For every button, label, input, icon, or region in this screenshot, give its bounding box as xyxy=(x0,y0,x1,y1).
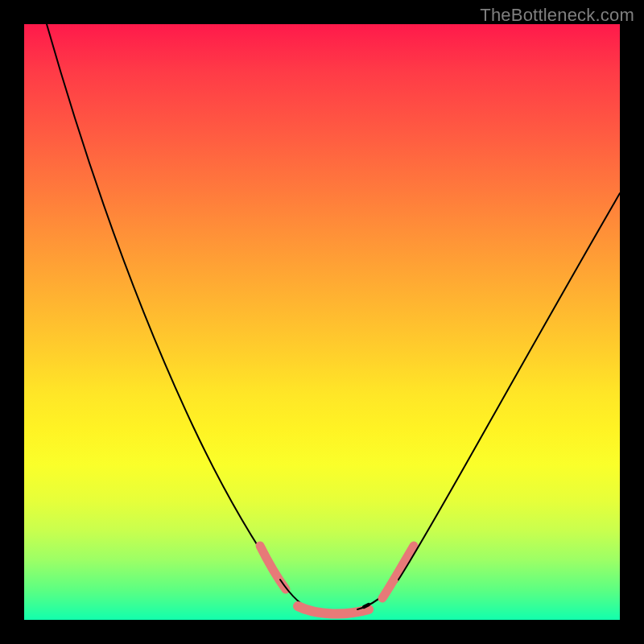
plot-svg xyxy=(24,24,620,620)
curve-right-branch xyxy=(398,193,620,580)
plot-area xyxy=(24,24,620,620)
curve-left-branch xyxy=(47,24,280,580)
watermark-text: TheBottleneck.com xyxy=(480,5,634,26)
pink-marker-right xyxy=(382,546,414,598)
chart-frame: TheBottleneck.com xyxy=(0,0,644,644)
